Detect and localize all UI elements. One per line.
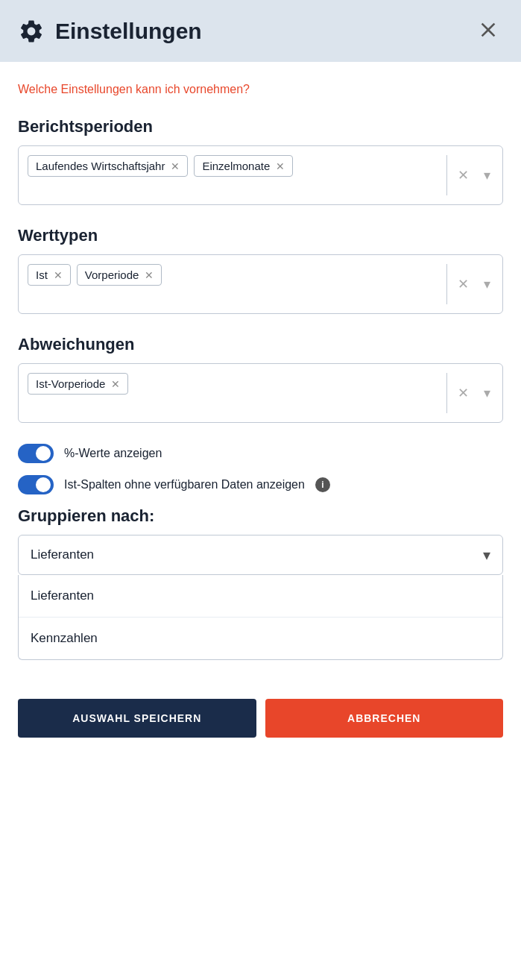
header-left: Einstellungen	[18, 18, 202, 45]
toggle-ist-track[interactable]	[18, 475, 54, 494]
toggle-ist-label: Ist-Spalten ohne verfügbaren Daten anzei…	[64, 478, 305, 491]
group-by-select[interactable]: Lieferanten ▾	[18, 535, 503, 575]
remove-vorperiode-button[interactable]: ✕	[145, 270, 154, 280]
close-icon	[476, 18, 500, 42]
group-by-title: Gruppieren nach:	[18, 506, 503, 526]
werttypen-select-box: Ist ✕ Vorperiode ✕ ✕ ▾	[18, 254, 503, 314]
toggle-percent-row: %-Werte anzeigen	[18, 444, 503, 463]
werttypen-title: Werttypen	[18, 226, 503, 245]
abweichungen-clear-button[interactable]: ✕	[455, 383, 472, 403]
dropdown-item-lieferanten[interactable]: Lieferanten	[19, 575, 502, 618]
abweichungen-select-box: Ist-Vorperiode ✕ ✕ ▾	[18, 363, 503, 423]
berichtsperioden-tags: Laufendes Wirtschaftsjahr ✕ Einzelmonate…	[28, 155, 441, 177]
toggle-percent-thumb	[36, 446, 51, 461]
gear-icon	[18, 18, 45, 45]
berichtsperioden-controls: ✕ ▾	[446, 155, 493, 195]
footer-buttons: AUSWAHL SPEICHERN ABBRECHEN	[0, 699, 521, 756]
remove-laufendes-button[interactable]: ✕	[171, 161, 180, 172]
toggle-ist-row: Ist-Spalten ohne verfügbaren Daten anzei…	[18, 475, 503, 494]
werttypen-dropdown-button[interactable]: ▾	[481, 274, 493, 294]
abweichungen-title: Abweichungen	[18, 335, 503, 354]
group-by-section: Gruppieren nach: Lieferanten ▾ Lieferant…	[18, 506, 503, 660]
header: Einstellungen	[0, 0, 521, 62]
berichtsperioden-title: Berichtsperioden	[18, 117, 503, 136]
save-button[interactable]: AUSWAHL SPEICHERN	[18, 699, 256, 738]
toggle-ist-thumb	[36, 477, 51, 492]
dropdown-item-kennzahlen[interactable]: Kennzahlen	[19, 618, 502, 659]
remove-ist-button[interactable]: ✕	[54, 270, 63, 280]
toggle-percent-track[interactable]	[18, 444, 54, 463]
toggle-percent-label: %-Werte anzeigen	[64, 447, 162, 460]
tag-vorperiode: Vorperiode ✕	[77, 264, 162, 286]
header-title: Einstellungen	[55, 19, 202, 44]
tag-ist-vorperiode: Ist-Vorperiode ✕	[28, 373, 128, 395]
tag-label-einzelmonate: Einzelmonate	[202, 160, 270, 172]
tag-label-ist-vorperiode: Ist-Vorperiode	[36, 377, 105, 390]
tag-label-vorperiode: Vorperiode	[85, 268, 139, 281]
abweichungen-section: Abweichungen Ist-Vorperiode ✕ ✕ ▾	[18, 335, 503, 423]
toggle-ist[interactable]	[18, 475, 54, 494]
content: Welche Einstellungen kann ich vornehmen?…	[0, 62, 521, 699]
abweichungen-tags: Ist-Vorperiode ✕	[28, 373, 441, 395]
help-link[interactable]: Welche Einstellungen kann ich vornehmen?	[18, 83, 250, 96]
werttypen-tags: Ist ✕ Vorperiode ✕	[28, 264, 441, 286]
berichtsperioden-clear-button[interactable]: ✕	[455, 166, 472, 185]
berichtsperioden-dropdown-button[interactable]: ▾	[481, 166, 493, 185]
abweichungen-controls: ✕ ▾	[446, 373, 493, 413]
abweichungen-dropdown-button[interactable]: ▾	[481, 383, 493, 403]
berichtsperioden-select-box: Laufendes Wirtschaftsjahr ✕ Einzelmonate…	[18, 145, 503, 205]
tag-ist: Ist ✕	[28, 264, 71, 286]
tag-label-ist: Ist	[36, 268, 48, 281]
tag-einzelmonate: Einzelmonate ✕	[194, 155, 293, 177]
remove-einzelmonate-button[interactable]: ✕	[276, 161, 285, 172]
werttypen-section: Werttypen Ist ✕ Vorperiode ✕ ✕ ▾	[18, 226, 503, 314]
tag-laufendes: Laufendes Wirtschaftsjahr ✕	[28, 155, 188, 177]
group-by-selected-value: Lieferanten	[31, 547, 94, 562]
werttypen-controls: ✕ ▾	[446, 264, 493, 304]
remove-ist-vorperiode-button[interactable]: ✕	[111, 379, 120, 389]
close-button[interactable]	[473, 15, 503, 47]
berichtsperioden-section: Berichtsperioden Laufendes Wirtschaftsja…	[18, 117, 503, 205]
chevron-down-icon: ▾	[483, 546, 490, 564]
info-icon[interactable]: i	[315, 477, 330, 492]
cancel-button[interactable]: ABBRECHEN	[265, 699, 504, 738]
tag-label-laufendes: Laufendes Wirtschaftsjahr	[36, 160, 165, 172]
group-by-dropdown-menu: Lieferanten Kennzahlen	[18, 575, 503, 660]
toggle-percent[interactable]	[18, 444, 54, 463]
werttypen-clear-button[interactable]: ✕	[455, 274, 472, 294]
